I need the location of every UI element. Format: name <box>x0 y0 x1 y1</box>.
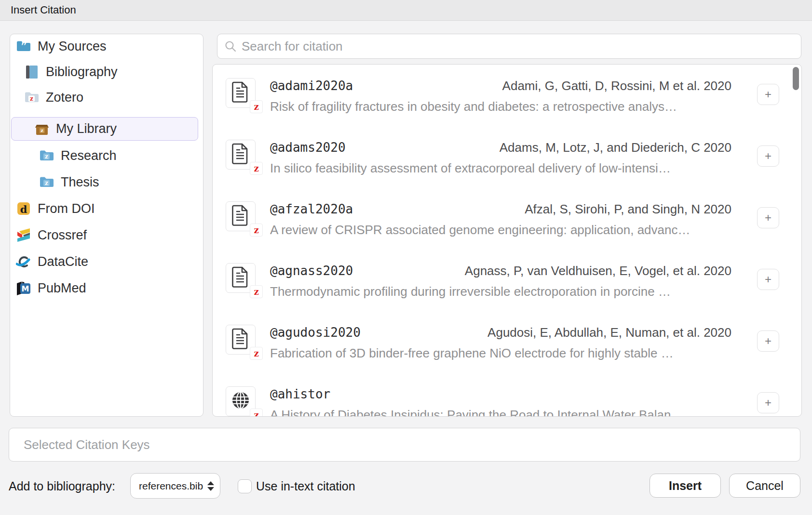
bibliography-file-value: references.bib <box>131 480 207 492</box>
sidebar-item-label: Crossref <box>38 228 87 243</box>
citation-title: Fabrication of 3D binder-free graphene N… <box>270 345 729 361</box>
citation-authors: Adams, M, Lotz, J, and Diederich, C 2020 <box>500 140 731 155</box>
citation-results-list: z @adami2020a Adami, G, Gatti, D, Rossin… <box>212 64 802 417</box>
globe-icon <box>230 390 251 413</box>
zotero-badge-icon: z <box>250 100 263 113</box>
add-to-bibliography-label: Add to bibliography: <box>9 479 115 493</box>
bibliography-file-select[interactable]: references.bib <box>130 473 220 499</box>
svg-text:z: z <box>30 95 33 102</box>
citation-authors: Afzal, S, Sirohi, P, and Singh, N 2020 <box>525 201 731 217</box>
selected-keys-box <box>9 428 800 462</box>
add-citation-button[interactable]: + <box>757 145 779 167</box>
search-icon <box>224 40 237 53</box>
citation-row[interactable]: z @afzal2020a Afzal, S, Sirohi, P, and S… <box>213 201 801 260</box>
sidebar-item-label: DataCite <box>38 254 88 269</box>
quotes-folder-icon: ” <box>16 39 31 54</box>
citation-row[interactable]: z @agnass2020 Agnass, P, van Veldhuisen,… <box>213 263 801 322</box>
zotero-badge-icon: z <box>250 224 263 237</box>
use-in-text-citation-label: Use in-text citation <box>256 479 355 493</box>
citation-key: @afzal2020a <box>270 201 353 217</box>
add-citation-button[interactable]: + <box>757 207 779 228</box>
zotero-folder-icon: z <box>24 90 40 105</box>
svg-text:d: d <box>20 203 27 215</box>
pubmed-icon: M <box>16 280 31 296</box>
sidebar-item-crossref[interactable]: Crossref <box>10 223 203 247</box>
sidebar-item-zotero[interactable]: z Zotero <box>10 85 203 109</box>
zotero-badge-icon: z <box>250 162 263 175</box>
sidebar-item-thesis[interactable]: z Thesis <box>10 170 203 194</box>
dialog-title: Insert Citation <box>11 0 76 20</box>
sidebar-item-label: From DOI <box>38 201 95 216</box>
sources-sidebar: ” My Sources Bibliography z Zotero z My … <box>10 34 203 417</box>
use-in-text-citation-checkbox[interactable] <box>238 479 252 493</box>
document-icon <box>231 266 250 290</box>
folder-z-icon: z <box>39 148 54 163</box>
cancel-button[interactable]: Cancel <box>729 474 800 498</box>
document-icon <box>231 143 250 167</box>
search-input[interactable] <box>237 39 801 54</box>
citation-key: @agnass2020 <box>270 263 353 278</box>
select-stepper-icon <box>207 481 214 491</box>
folder-z-icon: z <box>39 174 54 190</box>
citation-title: A review of CRISPR associated genome eng… <box>270 222 729 238</box>
citation-row[interactable]: z @adami2020a Adami, G, Gatti, D, Rossin… <box>213 78 801 137</box>
document-icon <box>231 81 250 105</box>
citation-row[interactable]: z @ahistor A History of Diabetes Insipid… <box>213 386 801 417</box>
sidebar-item-label: Research <box>61 148 117 163</box>
citation-authors: Adami, G, Gatti, D, Rossini, M et al. 20… <box>502 78 731 93</box>
search-box <box>217 34 801 59</box>
svg-text:z: z <box>41 128 43 133</box>
zotero-badge-icon: z <box>250 347 263 360</box>
citation-row[interactable]: z @agudosi2020 Agudosi, E, Abdullah, E, … <box>213 325 801 383</box>
document-icon <box>231 204 250 228</box>
svg-text:z: z <box>45 180 48 186</box>
citation-authors: Agnass, P, van Veldhuisen, E, Vogel, et … <box>465 263 731 278</box>
citation-authors: Agudosi, E, Abdullah, E, Numan, et al. 2… <box>487 325 731 340</box>
sidebar-item-my-sources[interactable]: ” My Sources <box>10 34 203 58</box>
sidebar-item-pubmed[interactable]: M PubMed <box>10 276 203 300</box>
insert-button[interactable]: Insert <box>650 474 721 498</box>
sidebar-item-label: Thesis <box>61 175 99 190</box>
book-icon <box>24 64 40 79</box>
svg-text:”: ” <box>21 40 27 54</box>
sidebar-item-label: My Library <box>56 121 117 136</box>
citation-title: Risk of fragility fractures in obesity a… <box>270 99 729 114</box>
sidebar-item-bibliography[interactable]: Bibliography <box>10 60 203 84</box>
sidebar-item-label: Zotero <box>46 90 83 105</box>
sidebar-item-label: My Sources <box>38 39 107 54</box>
titlebar: Insert Citation <box>0 0 812 21</box>
citation-key: @adami2020a <box>270 78 353 93</box>
selected-citation-keys-input[interactable] <box>9 437 800 452</box>
doi-icon: d <box>16 201 31 216</box>
citation-title: A History of Diabetes Insipidus: Paving … <box>270 407 729 417</box>
sidebar-item-from-doi[interactable]: d From DOI <box>10 197 203 221</box>
citation-key: @ahistor <box>270 386 330 402</box>
document-icon <box>231 328 250 352</box>
library-box-icon: z <box>34 121 50 137</box>
sidebar-item-datacite[interactable]: DataCite <box>10 250 203 274</box>
crossref-icon <box>16 227 31 243</box>
add-citation-button[interactable]: + <box>757 392 779 413</box>
insert-citation-dialog: Insert Citation ” My Sources Bibliograph… <box>0 0 812 515</box>
zotero-badge-icon: z <box>250 409 263 417</box>
sidebar-item-label: PubMed <box>38 281 86 296</box>
add-citation-button[interactable]: + <box>757 269 779 290</box>
add-citation-button[interactable]: + <box>757 84 779 105</box>
sidebar-item-label: Bibliography <box>46 65 118 79</box>
sidebar-item-research[interactable]: z Research <box>10 144 203 168</box>
sidebar-item-my-library[interactable]: z My Library <box>11 117 198 141</box>
zotero-badge-icon: z <box>250 285 263 298</box>
scrollbar-thumb[interactable] <box>793 67 799 90</box>
datacite-icon <box>16 254 31 269</box>
svg-text:z: z <box>45 153 48 160</box>
citation-key: @agudosi2020 <box>270 325 361 340</box>
citation-key: @adams2020 <box>270 140 346 155</box>
citation-title: In silico feasibility assessment of extr… <box>270 160 729 176</box>
svg-text:M: M <box>22 284 29 293</box>
add-citation-button[interactable]: + <box>757 330 779 352</box>
citation-title: Thermodynamic profiling during irreversi… <box>270 284 729 299</box>
citation-row[interactable]: z @adams2020 Adams, M, Lotz, J, and Died… <box>213 140 801 198</box>
